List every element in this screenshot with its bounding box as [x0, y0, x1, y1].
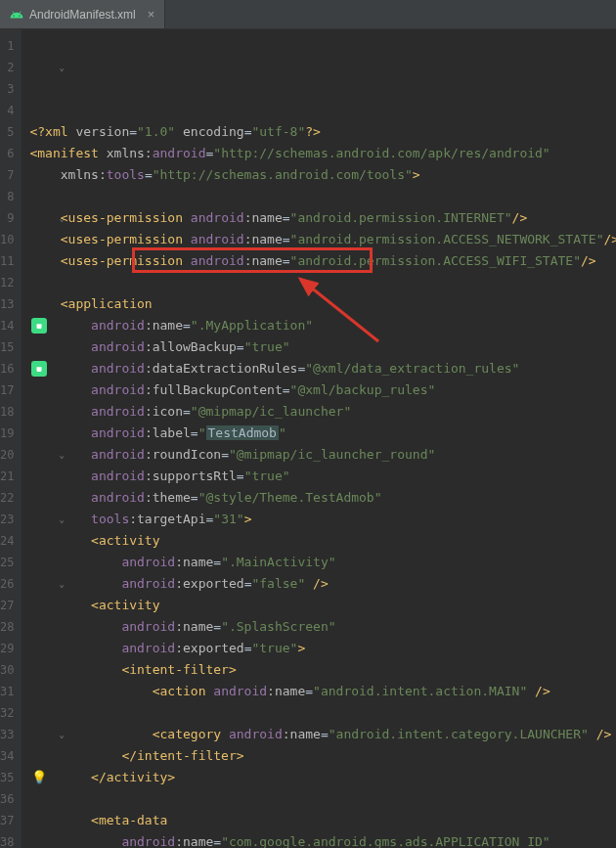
code-line[interactable]: <uses-permission android:name="android.p… — [22, 229, 616, 250]
gutter-line: 28 — [0, 616, 14, 638]
code-line[interactable]: <uses-permission android:name="android.p… — [22, 207, 616, 229]
gutter-line: 26⌄ — [0, 573, 14, 595]
gutter-line: 34 — [0, 745, 14, 767]
code-line[interactable]: <application — [22, 293, 616, 315]
code-line[interactable] — [22, 788, 616, 810]
code-line[interactable]: android:roundIcon="@mipmap/ic_launcher_r… — [22, 444, 616, 466]
gutter-line: 29 — [0, 638, 14, 659]
gutter-line: 4 — [0, 100, 14, 121]
gutter-line: 9⌄ — [0, 207, 14, 229]
gutter-line: 35💡 — [0, 767, 14, 788]
gutter-line: 17 — [0, 379, 14, 401]
code-line[interactable]: android:allowBackup="true" — [22, 336, 616, 358]
gutter-line: 24 — [0, 530, 14, 552]
gutter-line: 18 — [0, 401, 14, 423]
code-line[interactable]: android:dataExtractionRules="@xml/data_e… — [22, 358, 616, 379]
code-line[interactable]: android:name=".SplashScreen" — [22, 616, 616, 638]
code-line[interactable]: android:name=".MyApplication" — [22, 315, 616, 336]
gutter-line: 2⌄ — [0, 57, 14, 78]
gutter-line: 38 — [0, 831, 14, 848]
gutter-line: 1 — [0, 35, 14, 57]
gutter-line: 23⌄ — [0, 509, 14, 530]
gutter-line: 11 — [0, 250, 14, 272]
code-line[interactable]: android:exported="false" /> — [22, 573, 616, 595]
gutter-line: 19 — [0, 423, 14, 444]
code-line[interactable]: android:name=".MainActivity" — [22, 552, 616, 573]
code-line[interactable] — [22, 186, 616, 207]
code-line[interactable]: <uses-permission android:name="android.p… — [22, 250, 616, 272]
gutter-line: 31 — [0, 681, 14, 702]
gutter-line: 14 — [0, 315, 14, 336]
gutter-line: 30 — [0, 659, 14, 681]
gutter-line: 6 — [0, 143, 14, 164]
code-line[interactable]: <intent-filter> — [22, 659, 616, 681]
code-line[interactable] — [22, 702, 616, 724]
code-line[interactable]: xmlns:tools="http://schemas.android.com/… — [22, 164, 616, 186]
file-tab[interactable]: AndroidManifest.xml × — [0, 0, 165, 28]
gutter-line: 5 — [0, 121, 14, 143]
code-line[interactable]: <activity — [22, 595, 616, 616]
code-line[interactable]: <action android:name="android.intent.act… — [22, 681, 616, 702]
code-line[interactable]: </activity> — [22, 767, 616, 788]
gutter-line: 15 — [0, 336, 14, 358]
code-line[interactable]: android:fullBackupContent="@xml/backup_r… — [22, 379, 616, 401]
code-line[interactable]: android:name="com.google.android.gms.ads… — [22, 831, 616, 848]
gutter-line: 7 — [0, 164, 14, 186]
close-tab-icon[interactable]: × — [148, 7, 155, 22]
gutter-line: 13 — [0, 293, 14, 315]
code-line[interactable]: </intent-filter> — [22, 745, 616, 767]
code-line[interactable]: tools:targetApi="31"> — [22, 509, 616, 530]
gutter-line: 32 — [0, 702, 14, 724]
code-line[interactable]: <?xml version="1.0" encoding="utf-8"?> — [22, 121, 616, 143]
code-editor[interactable]: 12⌄3456789⌄1011121314151617181920⌄212223… — [0, 29, 616, 848]
code-area[interactable]: <?xml version="1.0" encoding="utf-8"?><m… — [22, 29, 616, 848]
code-line[interactable]: android:theme="@style/Theme.TestAdmob" — [22, 487, 616, 509]
code-line[interactable]: android:label="TestAdmob" — [22, 423, 616, 444]
gutter-line: 37 — [0, 810, 14, 831]
code-line[interactable]: <manifest xmlns:android="http://schemas.… — [22, 143, 616, 164]
gutter-line: 33⌄ — [0, 724, 14, 745]
code-line[interactable] — [22, 272, 616, 293]
code-line[interactable]: android:icon="@mipmap/ic_launcher" — [22, 401, 616, 423]
tab-bar: AndroidManifest.xml × — [0, 0, 616, 29]
gutter-line: 36 — [0, 788, 14, 810]
gutter-line: 27 — [0, 595, 14, 616]
gutter-line: 25 — [0, 552, 14, 573]
gutter-line: 12 — [0, 272, 14, 293]
code-line[interactable]: <category android:name="android.intent.c… — [22, 724, 616, 745]
gutter-line: 16 — [0, 358, 14, 379]
code-line[interactable]: <activity — [22, 530, 616, 552]
code-line[interactable]: android:exported="true"> — [22, 638, 616, 659]
code-line[interactable]: android:supportsRtl="true" — [22, 466, 616, 487]
tab-filename: AndroidManifest.xml — [29, 8, 136, 22]
android-icon — [10, 8, 23, 22]
gutter-line: 10 — [0, 229, 14, 250]
gutter-line: 8 — [0, 186, 14, 207]
gutter-line: 22 — [0, 487, 14, 509]
gutter: 12⌄3456789⌄1011121314151617181920⌄212223… — [0, 29, 22, 848]
gutter-line: 21 — [0, 466, 14, 487]
gutter-line: 3 — [0, 78, 14, 100]
code-line[interactable]: <meta-data — [22, 810, 616, 831]
gutter-line: 20⌄ — [0, 444, 14, 466]
